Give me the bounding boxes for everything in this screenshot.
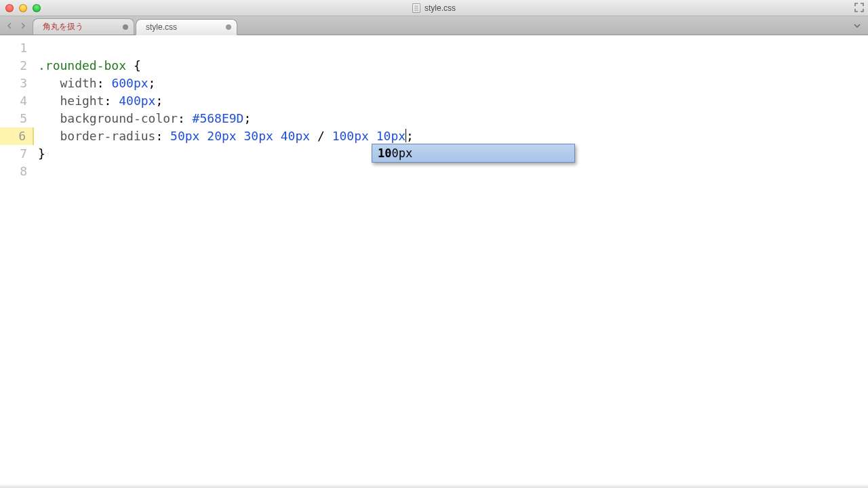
code-line: background-color: #568E9D; — [34, 110, 868, 127]
line-number-current: 6 — [0, 127, 34, 145]
close-window-button[interactable] — [5, 4, 14, 12]
code-line: width: 600px; — [34, 75, 868, 92]
zoom-window-button[interactable] — [33, 4, 41, 12]
line-number: 2 — [0, 57, 34, 75]
tab-label: style.css — [146, 22, 177, 32]
dirty-indicator-icon — [123, 24, 128, 30]
line-number: 4 — [0, 92, 34, 110]
line-number: 7 — [0, 145, 34, 163]
document-icon — [412, 3, 420, 13]
nav-back-button[interactable] — [4, 20, 15, 31]
minimize-window-button[interactable] — [19, 4, 27, 12]
tab-overflow-menu[interactable] — [850, 16, 864, 35]
code-area[interactable]: .rounded-box { width: 600px; height: 400… — [34, 35, 868, 488]
window-title-text: style.css — [425, 3, 456, 13]
line-number: 8 — [0, 163, 34, 180]
code-line: .rounded-box { — [34, 57, 868, 75]
code-line — [34, 39, 868, 57]
autocomplete-popup[interactable]: 100px — [372, 144, 575, 163]
line-number: 5 — [0, 110, 34, 127]
code-line: height: 400px; — [34, 92, 868, 110]
tab-history-nav — [3, 16, 33, 35]
autocomplete-item[interactable]: 100px — [372, 144, 574, 162]
dirty-indicator-icon — [226, 24, 231, 30]
line-number: 1 — [0, 39, 34, 57]
tab-style-css[interactable]: style.css — [136, 19, 237, 35]
line-number-gutter: 1 2 3 4 5 6 7 8 — [0, 35, 34, 488]
tab-rounded-corners[interactable]: 角丸を扱う — [33, 18, 134, 35]
window-title: style.css — [0, 3, 868, 13]
code-line: border-radius: 50px 20px 30px 40px / 100… — [34, 127, 868, 145]
window-controls — [0, 4, 41, 12]
nav-forward-button[interactable] — [18, 20, 28, 31]
fullscreen-button[interactable] — [854, 3, 864, 12]
window-titlebar: style.css — [0, 0, 868, 16]
line-number: 3 — [0, 75, 34, 92]
tab-label: 角丸を扱う — [43, 21, 83, 33]
code-editor[interactable]: 1 2 3 4 5 6 7 8 .rounded-box { width: 60… — [0, 35, 868, 488]
code-line — [34, 163, 868, 180]
tab-bar: 角丸を扱う style.css — [0, 16, 868, 35]
